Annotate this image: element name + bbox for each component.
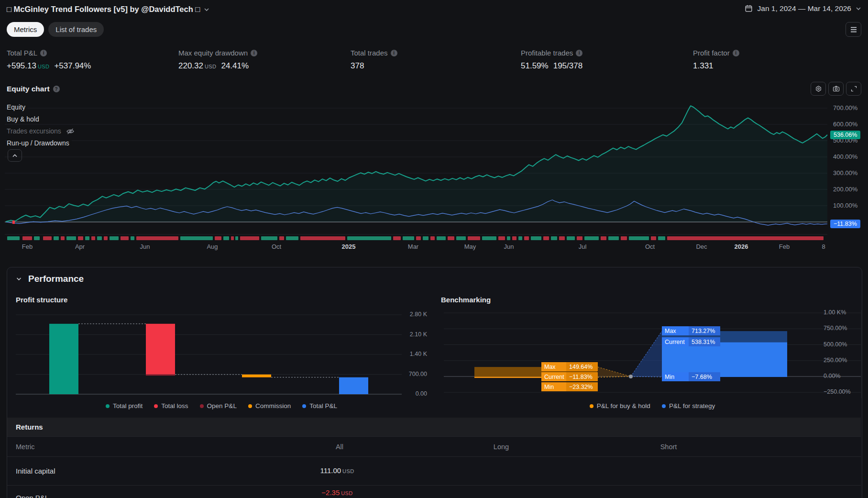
strategy-current-label: Current538.31% [662,337,720,346]
equity-y-axis-label: 100.00% [833,202,857,209]
column-header-metric: Metric [16,443,34,451]
info-icon[interactable]: i [733,50,739,56]
equity-chart-title: Equity chart [7,85,50,93]
legend-label: Trades excursions [7,127,61,135]
currency-suffix: USD [38,64,49,69]
tab-list-of-trades[interactable]: List of trades [48,22,104,37]
info-icon[interactable]: i [576,50,582,56]
metric-extra: 24.41% [221,61,249,71]
legend-dot-icon [662,404,666,408]
metric-value: 51.59% [521,61,549,71]
info-icon[interactable]: i [391,50,397,56]
equity-x-axis-label: 8 [822,243,825,250]
benchmark-y-axis-label: 750.00% [824,325,847,332]
calendar-icon [744,4,753,13]
metric-max-drawdown: Max equity drawdowni 220.32USD24.41% [178,49,257,71]
profit-y-axis-label: 2.10 K [390,331,427,338]
legend-item: P&L for strategy [662,402,715,409]
equity-x-axis-label: Jun [504,243,514,250]
legend-toggle-equity[interactable]: Equity [7,103,28,111]
chart-settings-button[interactable] [811,82,826,96]
equity-x-axis-label: 2026 [735,243,748,250]
metric-total-pnl: Total P&Li +595.13USD+537.94% [7,49,91,71]
currency-suffix: USD [341,490,352,496]
chevron-down-icon [16,277,22,281]
cell-initial-capital-all: 111.00USD [299,466,375,475]
view-tabs: Metrics List of trades [7,22,104,37]
strategy-min-label: Min−7.68% [662,372,720,381]
info-icon[interactable]: i [40,50,47,56]
equity-x-axis-label: Dec [696,243,707,250]
equity-y-axis-label: 200.00% [833,186,857,193]
legend-toggle-buy-and-hold[interactable]: Buy & hold [7,115,42,123]
equity-last-value-badge: 536.06% [830,131,860,139]
legend-item: Total profit [106,402,143,409]
tab-metrics[interactable]: Metrics [7,22,44,37]
benchmark-y-axis-label: 0.00% [824,373,840,379]
metric-profitable-trades: Profitable tradesi 51.59%195/378 [521,49,582,71]
benchmark-y-axis-label: −250.00% [824,388,851,395]
info-icon[interactable]: i [251,50,257,56]
equity-x-axis-label: May [464,243,476,250]
equity-x-axis-label: Aug [207,243,218,250]
legend-label: Run-up / Drawdowns [7,139,69,147]
equity-x-axis-label: Feb [779,243,790,250]
strategy-title-row: □ McGinley Trend Followers [v5] by @Davi… [7,5,209,14]
equity-chart-toolbar [811,82,861,96]
performance-header[interactable]: Performance [16,274,84,284]
profit-y-axis-label: 1.40 K [390,351,427,357]
benchmarking-legend: P&L for buy & holdP&L for strategy [444,402,861,409]
legend-toggle-trades-excursions[interactable]: Trades excursions [7,127,77,135]
legend-dot-icon [154,404,158,408]
equity-x-axis-label: Oct [645,243,655,250]
legend-dot-icon [248,404,252,408]
benchmark-y-axis-label: 250.00% [824,357,847,364]
chevron-down-icon[interactable] [204,7,209,12]
collapse-panel-button[interactable] [8,149,22,162]
buy-hold-max-label: Max149.64% [541,362,598,371]
legend-item: Open P&L [200,402,237,409]
buy-hold-min-label: Min−23.32% [541,382,598,391]
fullscreen-icon [850,85,858,93]
metric-value: 378 [351,61,364,71]
returns-section-band [7,418,861,436]
equity-y-axis-label: 300.00% [833,169,857,177]
benchmarking-title: Benchmarking [441,296,491,304]
row-label-open-pnl: Open P&L [16,494,49,498]
eye-off-icon [66,128,75,135]
equity-y-axis-label: 700.00% [833,104,857,111]
metric-value: +595.13 [7,61,36,70]
column-header-short: Short [649,443,688,451]
gear-icon [814,85,823,93]
legend-toggle-runup-drawdowns[interactable]: Run-up / Drawdowns [7,139,72,147]
profit-y-axis-label: 0.00 [390,390,427,397]
strategy-title: □ McGinley Trend Followers [v5] by @Davi… [7,5,200,14]
equity-x-axis-label: 2025 [342,243,356,250]
legend-item: Commission [248,402,291,409]
camera-icon [832,85,840,93]
equity-chart-header: Equity chart ? [7,85,60,93]
help-icon[interactable]: ? [53,86,60,92]
performance-card [7,267,862,498]
equity-x-axis-label: Oct [272,243,281,250]
metric-total-trades: Total tradesi 378 [351,49,397,71]
profit-structure-legend: Total profitTotal lossOpen P&LCommission… [16,402,427,409]
legend-label: Equity [7,103,25,111]
chevron-up-icon [12,154,18,158]
buy-hold-current-label: Current−11.83% [541,372,598,381]
equity-x-axis-label: Mar [408,243,418,250]
date-range-control[interactable]: Jan 1, 2024 — Mar 14, 2026 [744,4,861,13]
chart-snapshot-button[interactable] [828,82,844,96]
column-header-long: Long [482,443,520,451]
equity-y-axis-label: 400.00% [833,153,857,160]
equity-x-axis-label: Apr [75,243,85,250]
returns-title: Returns [16,423,43,431]
metric-label: Total trades [351,49,388,57]
legend-label: Buy & hold [7,115,39,123]
profit-structure-title: Profit structure [16,296,67,304]
layout-toggle-button[interactable] [846,22,861,37]
chart-fullscreen-button[interactable] [846,82,861,96]
metric-label: Max equity drawdown [178,49,248,57]
metric-label: Profitable trades [521,49,573,57]
legend-dot-icon [302,404,306,408]
